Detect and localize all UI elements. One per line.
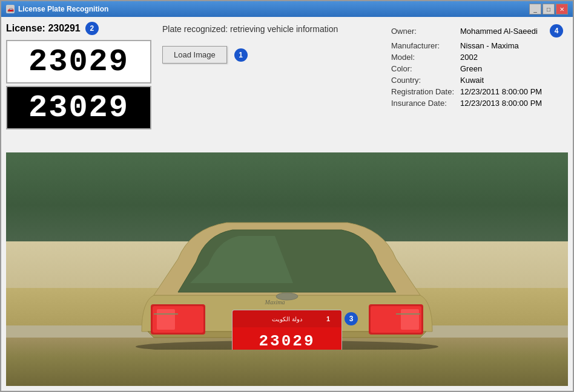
country-label: Country: — [391, 76, 458, 85]
ins-date-label: Insurance Date: — [391, 99, 458, 108]
car-placeholder: دولة الكويت 1 23029 Maxima — [6, 152, 568, 386]
top-section: License: 230291 2 23029 23029 Plate reco… — [6, 22, 568, 149]
main-window: 🚗 License Plate Recognition _ □ ✕ Licens… — [0, 0, 574, 392]
country-value: Kuwait — [460, 76, 484, 85]
owner-value: Mohammed Al-Saeedi — [460, 27, 538, 36]
badge-3: 3 — [345, 312, 358, 325]
plate-image-black: 23029 — [6, 86, 151, 129]
manufacturer-label: Manufacturer: — [391, 41, 458, 50]
owner-row: Owner: Mohammed Al-Saeedi — [391, 25, 538, 37]
load-image-button[interactable]: Load Image — [162, 46, 227, 64]
color-row: Color: Green — [391, 63, 563, 74]
badge-4: 4 — [550, 24, 563, 38]
plate-number-white: 23029 — [28, 44, 129, 80]
load-btn-row: Load Image 1 — [162, 46, 375, 64]
car-svg-container: دولة الكويت 1 23029 Maxima — [105, 192, 469, 350]
status-message: Plate recognized: retrieving vehicle inf… — [162, 24, 375, 34]
reg-date-label: Registration Date: — [391, 87, 458, 96]
window-controls: _ □ ✕ — [529, 4, 568, 15]
car-image-area: دولة الكويت 1 23029 Maxima — [6, 152, 568, 386]
svg-rect-3 — [157, 309, 175, 330]
svg-text:دولة الكويت: دولة الكويت — [272, 316, 302, 323]
window-title: License Plate Recognition — [18, 5, 108, 13]
ins-date-row: Insurance Date: 12/23/2013 8:00:00 PM — [391, 97, 563, 109]
middle-section: Plate recognized: retrieving vehicle inf… — [156, 22, 381, 149]
model-label: Model: — [391, 53, 458, 62]
color-value: Green — [460, 64, 482, 73]
manufacturer-value: Nissan - Maxima — [460, 41, 519, 50]
reg-date-row: Registration Date: 12/23/2011 8:00:00 PM — [391, 86, 563, 97]
svg-text:23029: 23029 — [259, 332, 315, 350]
info-header-row: Owner: Mohammed Al-Saeedi 4 — [391, 24, 563, 38]
app-icon: 🚗 — [6, 5, 15, 13]
minimize-button[interactable]: _ — [529, 4, 541, 15]
plate-number-black: 23029 — [28, 90, 129, 126]
ins-date-value: 12/23/2013 8:00:00 PM — [460, 99, 542, 108]
license-label: License: 230291 — [6, 23, 81, 34]
plate-panel: License: 230291 2 23029 23029 — [6, 22, 151, 149]
content-area: License: 230291 2 23029 23029 Plate reco… — [1, 17, 573, 391]
svg-text:Maxima: Maxima — [265, 299, 285, 305]
svg-text:1: 1 — [326, 315, 330, 322]
info-panel: Owner: Mohammed Al-Saeedi 4 Manufacturer… — [386, 22, 568, 149]
title-bar: 🚗 License Plate Recognition _ □ ✕ — [1, 1, 573, 17]
model-row: Model: 2002 — [391, 51, 563, 63]
svg-rect-6 — [401, 309, 419, 330]
owner-label: Owner: — [391, 27, 458, 36]
plate-image-white: 23029 — [6, 40, 151, 83]
reg-date-value: 12/23/2011 8:00:00 PM — [460, 87, 542, 96]
badge-1: 1 — [234, 48, 248, 62]
license-header: License: 230291 2 — [6, 22, 151, 35]
badge-2: 2 — [85, 22, 99, 35]
model-value: 2002 — [460, 53, 478, 62]
maximize-button[interactable]: □ — [543, 4, 555, 15]
country-row: Country: Kuwait — [391, 74, 563, 86]
title-bar-left: 🚗 License Plate Recognition — [6, 5, 108, 13]
manufacturer-row: Manufacturer: Nissan - Maxima — [391, 40, 563, 51]
close-button[interactable]: ✕ — [556, 4, 568, 15]
color-label: Color: — [391, 64, 458, 73]
